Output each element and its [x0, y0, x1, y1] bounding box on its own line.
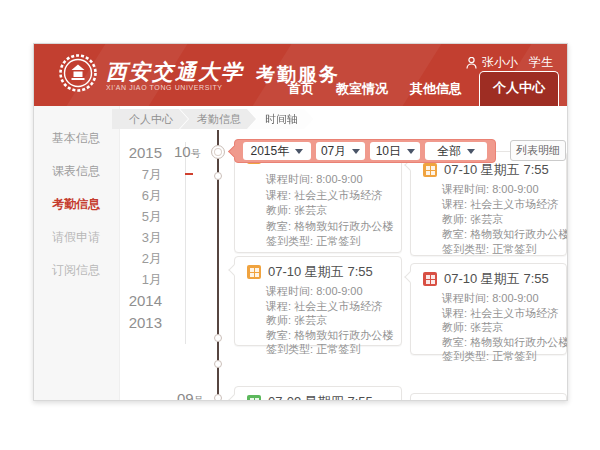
sign-type: 正常签到: [316, 343, 360, 355]
teacher-name: 张芸京: [470, 213, 503, 225]
timeline-day-label-10: 10号: [174, 143, 201, 161]
breadcrumb: 个人中心 考勤信息 时间轴: [112, 109, 313, 129]
day-select[interactable]: 10日: [370, 142, 420, 160]
filter-bar-pointer: [228, 145, 241, 158]
app-header: 西安交通大学 XI'AN JIAO TONG UNIVERSITY 考勤服务 张…: [34, 44, 567, 106]
attendance-card[interactable]: [410, 393, 567, 401]
attendance-card[interactable]: 07-09 星期四 7:55: [234, 386, 402, 401]
breadcrumb-timeline[interactable]: 时间轴: [248, 109, 313, 129]
person-icon: [466, 57, 477, 69]
card-header: 07-10 星期五 7:55: [235, 257, 401, 284]
university-name-en: XI'AN JIAO TONG UNIVERSITY: [106, 84, 244, 91]
attendance-card[interactable]: 07-10 星期五 7:55 课程时间: 8:00-9:00 课程: 社会主义市…: [410, 151, 567, 256]
sidebar-item-leave-request[interactable]: 请假申请: [34, 221, 119, 254]
university-name-block: 西安交通大学 XI'AN JIAO TONG UNIVERSITY: [106, 60, 244, 91]
teacher-name: 张芸京: [470, 321, 503, 333]
classroom-name: 格物致知行政办公楼: [294, 329, 393, 341]
course-name: 社会主义市场经济: [470, 198, 558, 210]
user-name: 张小小: [482, 54, 518, 71]
attendance-type-icon: [247, 265, 261, 279]
year-item-2013[interactable]: 2013: [123, 312, 162, 334]
card-header: 07-10 星期五 7:55: [411, 264, 566, 291]
sidebar-item-basic-info[interactable]: 基本信息: [34, 122, 119, 155]
attendance-type-icon: [423, 272, 437, 286]
sidebar-item-attendance-info[interactable]: 考勤信息: [34, 188, 119, 221]
course-name: 社会主义市场经济: [294, 189, 382, 201]
content-area: 基本信息 课表信息 考勤信息 请假申请 订阅信息 个人中心 考勤信息 时间轴 2…: [34, 106, 567, 400]
sidebar-item-subscription-info[interactable]: 订阅信息: [34, 254, 119, 287]
timeline-node: [214, 172, 222, 180]
attendance-card[interactable]: 07-10 星期五 7:55 课程时间: 8:00-9:00 课程: 社会主义市…: [410, 263, 567, 355]
app-window: 西安交通大学 XI'AN JIAO TONG UNIVERSITY 考勤服务 张…: [33, 43, 568, 401]
university-emblem-icon: [58, 53, 98, 97]
timeline-node: [214, 394, 222, 401]
month-select[interactable]: 07月: [316, 142, 366, 160]
attendance-card[interactable]: 07-10 星期五 7:55 课程时间: 8:00-9:00 课程: 社会主义市…: [234, 256, 402, 346]
card-date: 07-10 星期五 7:55: [444, 270, 549, 288]
timeline-year-month-nav: 2015 7月 6月 5月 3月 2月 1月 2014 2013: [123, 142, 186, 344]
month-item-may[interactable]: 5月: [123, 206, 162, 227]
filter-bar: 2015年 07月 10日 全部: [234, 139, 496, 163]
course-time: 8:00-9:00: [492, 183, 538, 195]
course-name: 社会主义市场经济: [470, 307, 558, 319]
timeline-node: [214, 360, 222, 368]
month-item-march[interactable]: 3月: [123, 227, 162, 248]
course-time: 8:00-9:00: [316, 173, 362, 185]
month-item-february[interactable]: 2月: [123, 248, 162, 269]
teacher-name: 张芸京: [294, 314, 327, 326]
timeline-day-label-09: 09号: [177, 390, 204, 401]
nav-item-personal-center[interactable]: 个人中心: [479, 71, 559, 106]
nav-item-home[interactable]: 首页: [277, 72, 325, 106]
chevron-down-icon: [467, 149, 475, 154]
screenshot-canvas: 西安交通大学 XI'AN JIAO TONG UNIVERSITY 考勤服务 张…: [0, 0, 600, 450]
year-item-2014[interactable]: 2014: [123, 290, 162, 312]
nav-item-classrooms[interactable]: 教室情况: [325, 72, 399, 106]
selected-month-marker: [185, 173, 193, 175]
main-nav: 首页 教室情况 其他信息 个人中心: [277, 71, 559, 106]
timeline-node: [214, 334, 222, 342]
timeline-node-current: [211, 145, 225, 159]
month-item-january[interactable]: 1月: [123, 269, 162, 290]
type-select[interactable]: 全部: [425, 142, 487, 160]
list-detail-button[interactable]: 列表明细: [510, 140, 566, 161]
chevron-down-icon: [352, 149, 360, 154]
card-date: 07-09 星期四 7:55: [268, 393, 373, 401]
card-date: 07-10 星期五 7:55: [444, 161, 549, 179]
card-header: 07-09 星期四 7:55: [235, 387, 401, 401]
attendance-type-icon: [247, 395, 261, 401]
user-role: 学生: [529, 54, 553, 71]
year-select[interactable]: 2015年: [243, 142, 311, 160]
nav-item-other-info[interactable]: 其他信息: [399, 72, 473, 106]
sign-type: 正常签到: [316, 235, 360, 247]
course-time: 8:00-9:00: [316, 285, 362, 297]
month-item-june[interactable]: 6月: [123, 185, 162, 206]
sign-type: 正常签到: [492, 350, 536, 362]
sidebar: 基本信息 课表信息 考勤信息 请假申请 订阅信息: [34, 106, 120, 400]
sidebar-item-schedule-info[interactable]: 课表信息: [34, 155, 119, 188]
chevron-down-icon: [407, 149, 415, 154]
chevron-down-icon: [295, 149, 303, 154]
sign-type: 正常签到: [492, 243, 536, 255]
classroom-name: 格物致知行政办公楼: [470, 336, 568, 348]
card-date: 07-10 星期五 7:55: [268, 263, 373, 281]
user-info[interactable]: 张小小 学生: [466, 54, 553, 71]
teacher-name: 张芸京: [294, 204, 327, 216]
breadcrumb-personal-center[interactable]: 个人中心: [112, 109, 188, 129]
classroom-name: 格物致知行政办公楼: [294, 220, 393, 232]
year-item-2015[interactable]: 2015: [123, 142, 162, 164]
classroom-name: 格物致知行政办公楼: [470, 228, 568, 240]
month-item-july[interactable]: 7月: [123, 164, 162, 185]
course-time: 8:00-9:00: [492, 292, 538, 304]
course-name: 社会主义市场经济: [294, 300, 382, 312]
attendance-type-icon: [423, 163, 437, 177]
university-name-cn: 西安交通大学: [106, 60, 244, 84]
breadcrumb-attendance-info[interactable]: 考勤信息: [180, 109, 256, 129]
